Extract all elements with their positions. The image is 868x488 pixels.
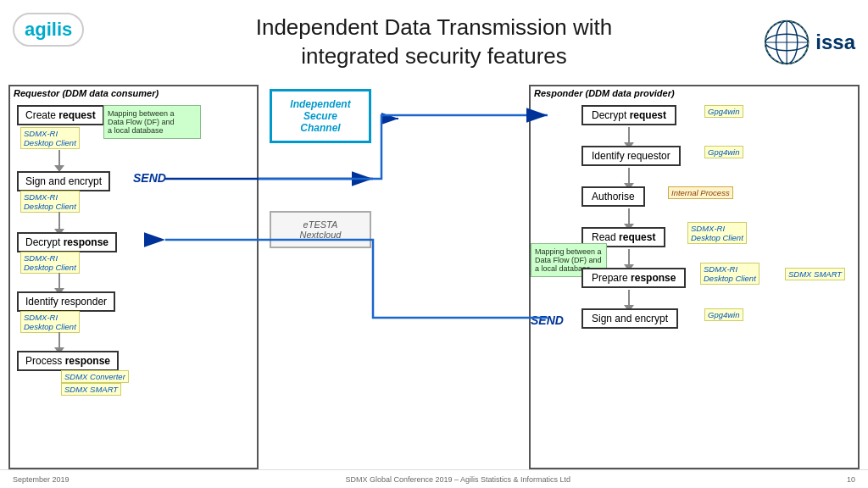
requestor-panel: Requestor (DDM data consumer) Create req… bbox=[8, 85, 259, 469]
sign-enc-tag: SDMX-RIDesktop Client bbox=[20, 191, 80, 213]
process-response-box: Process response bbox=[17, 351, 119, 371]
decrypt-tag: SDMX-RIDesktop Client bbox=[20, 252, 80, 274]
agilis-logo: agilis bbox=[13, 13, 84, 47]
footer-left: September 2019 bbox=[13, 475, 70, 484]
footer: September 2019 SDMX Global Conference 20… bbox=[0, 469, 868, 488]
send-label-right: SEND bbox=[531, 313, 564, 327]
gpg4win-tag2: Gpg4win bbox=[704, 146, 743, 158]
read-req-tag: SDMX-RIDesktop Client bbox=[687, 222, 747, 244]
mapping-box-req: Mapping between aData Flow (DF) anda loc… bbox=[103, 105, 201, 139]
gpg4win-tag1: Gpg4win bbox=[704, 105, 743, 118]
identify-responder-box: Identify responder bbox=[17, 291, 115, 312]
issa-text: issa bbox=[815, 30, 855, 54]
decrypt-request-box: Decrypt request bbox=[581, 105, 676, 125]
slide: agilis Independent Data Transmission wit… bbox=[0, 0, 868, 488]
diagram-area: Requestor (DDM data consumer) Create req… bbox=[8, 85, 860, 469]
footer-right: 10 bbox=[847, 475, 855, 484]
identify-resp-tag: SDMX-RIDesktop Client bbox=[20, 311, 80, 333]
create-req-tag: SDMX-RIDesktop Client bbox=[20, 127, 80, 149]
prepare-response-box: Prepare response bbox=[581, 268, 686, 288]
process-resp-tag2: SDMX SMART bbox=[61, 383, 121, 396]
middle-panel: IndependentSecureChannel eTESTANextcloud bbox=[270, 85, 371, 469]
globe-icon bbox=[762, 17, 811, 68]
sign-encrypt-resp-box: Sign and encrypt bbox=[581, 308, 678, 329]
decrypt-response-box: Decrypt response bbox=[17, 232, 117, 252]
sdmx-smart-tag: SDMX SMART bbox=[785, 268, 845, 280]
internal-process-tag: Internal Process bbox=[668, 186, 733, 199]
responder-label: Responder (DDM data provider) bbox=[531, 86, 858, 100]
create-request-box: Create request bbox=[17, 105, 104, 125]
etesta-box: eTESTANextcloud bbox=[270, 211, 371, 248]
identify-requestor-box: Identify requestor bbox=[581, 146, 681, 166]
process-resp-tag1: SDMX Converter bbox=[61, 370, 129, 383]
requestor-label: Requestor (DDM data consumer) bbox=[10, 86, 257, 100]
issa-logo: issa bbox=[762, 8, 855, 76]
footer-center: SDMX Global Conference 2019 – Agilis Sta… bbox=[345, 475, 570, 484]
authorise-box: Authorise bbox=[581, 186, 645, 207]
send-label-left: SEND bbox=[133, 171, 166, 185]
gpg4win-tag3: Gpg4win bbox=[704, 308, 743, 321]
title: Independent Data Transmission with integ… bbox=[256, 14, 613, 71]
title-line2: integrated security features bbox=[301, 43, 567, 69]
arrow-1 bbox=[54, 150, 64, 172]
title-line1: Independent Data Transmission with bbox=[256, 14, 613, 40]
header: agilis Independent Data Transmission wit… bbox=[0, 0, 868, 85]
logo-text: agilis bbox=[25, 19, 72, 40]
responder-panel: Responder (DDM data provider) Decrypt re… bbox=[529, 85, 860, 469]
prepare-resp-tag: SDMX-RIDesktop Client bbox=[700, 263, 760, 285]
channel-box: IndependentSecureChannel bbox=[270, 89, 371, 143]
sign-encrypt-req-box: Sign and encrypt bbox=[17, 171, 110, 191]
